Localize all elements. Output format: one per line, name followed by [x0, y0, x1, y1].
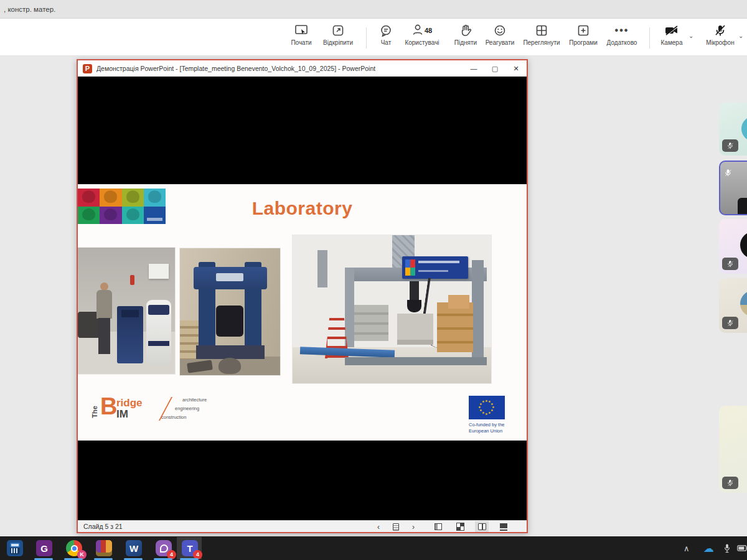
camera-options-chevron[interactable]: ⌄ — [688, 32, 693, 39]
eu-caption-line1: Co-funded by the — [469, 422, 519, 428]
slideshow-view-button[interactable] — [497, 521, 510, 532]
photo-person-body — [96, 290, 112, 319]
photo-specimen-ball — [218, 358, 241, 374]
chat-label: Чат — [381, 39, 392, 46]
taskbar-teams-icon[interactable]: T 4 — [181, 539, 199, 557]
participants-count-badge: 48 — [425, 27, 432, 34]
mic-button[interactable]: Мікрофон — [698, 24, 742, 46]
photo-wall-duct — [317, 250, 327, 287]
slide-menu-button[interactable] — [389, 521, 403, 532]
normal-view-icon — [435, 523, 442, 530]
powerpoint-titlebar[interactable]: P Демонстрація PowerPoint - [Template_me… — [78, 60, 527, 77]
normal-view-button[interactable] — [431, 521, 445, 532]
camera-off-icon — [664, 24, 679, 37]
more-button[interactable]: ••• Додатково — [600, 24, 644, 46]
eu-flag: ★★ ★★ ★★ ★★ ★★ ★★ — [469, 396, 505, 419]
photo-dispenser — [149, 264, 169, 279]
react-button[interactable]: Реагувати — [478, 24, 522, 46]
mic-muted-badge — [722, 258, 738, 270]
photo-cardboard-box — [448, 295, 469, 309]
camera-label: Камера — [661, 39, 683, 46]
unpin-button[interactable]: Відкріпити — [316, 24, 360, 46]
next-slide-button[interactable]: › — [406, 521, 420, 532]
taskbar-winrar-icon[interactable] — [95, 539, 113, 557]
close-button[interactable]: ✕ — [505, 60, 527, 77]
slide-sorter-button[interactable] — [453, 521, 467, 532]
photo-banner-text-line — [418, 261, 459, 263]
taskbar-chrome-icon[interactable]: K — [65, 539, 83, 557]
participant-tile[interactable] — [719, 219, 747, 274]
participant-tile[interactable] — [719, 103, 747, 156]
photo-gantry-frame — [293, 235, 491, 383]
mic-options-chevron[interactable]: ⌄ — [738, 32, 743, 39]
bridge-logo-line: engineering — [175, 406, 199, 411]
window-title-text: , констр. матер. — [4, 6, 55, 13]
bridge-logo-line: construction — [161, 414, 186, 420]
view-button[interactable]: Переглянути — [520, 24, 563, 46]
apps-plus-icon — [577, 24, 590, 37]
present-label: Почати — [291, 39, 311, 46]
camera-button[interactable]: Камера — [650, 24, 693, 46]
photo-actuator — [410, 281, 419, 302]
taskbar-g-app-icon[interactable]: G — [35, 539, 53, 557]
previous-slide-button[interactable]: ‹ — [372, 521, 385, 532]
mic-muted-overlay-icon — [724, 168, 732, 179]
g-app-icon: G — [36, 540, 52, 556]
grid-view-icon — [535, 24, 548, 37]
participant-avatar — [740, 291, 747, 317]
eu-cofunded-block: ★★ ★★ ★★ ★★ ★★ ★★ Co-funded by the Europ… — [469, 396, 519, 434]
people-icon — [412, 24, 423, 38]
powerpoint-window: P Демонстрація PowerPoint - [Template_me… — [77, 59, 528, 533]
meeting-toolbar: Почати Відкріпити Чат 48 Користувачі Під… — [0, 19, 747, 56]
photo-gantry-right-column — [472, 260, 484, 360]
slide-sorter-icon — [457, 523, 464, 530]
minimize-button[interactable]: — — [463, 60, 484, 77]
share-screen-icon — [294, 24, 308, 37]
reading-view-button[interactable] — [475, 521, 489, 532]
bridge-logo-b: B — [100, 394, 117, 418]
view-label: Переглянути — [523, 39, 560, 46]
tray-mic-icon[interactable] — [723, 536, 731, 560]
participant-tile[interactable] — [719, 406, 747, 493]
mic-muted-badge — [722, 477, 738, 489]
tray-chevron[interactable]: ∧ — [684, 536, 690, 560]
taskbar-viber-icon[interactable]: 4 — [155, 539, 172, 557]
slideshow-icon — [500, 523, 507, 531]
windows-taskbar: G K W 4 T 4 ∧ ☁ — [0, 536, 747, 560]
photo-lab-machines-person — [78, 248, 175, 374]
slide-counter: Слайд 5 з 21 — [83, 523, 123, 530]
slide-menu-icon — [393, 523, 399, 531]
bridge-logo-im: IM — [116, 408, 128, 421]
bridge-logo-line: architecture — [182, 397, 207, 403]
participant-tile[interactable] — [719, 278, 747, 333]
taskbar-word-icon[interactable]: W — [125, 539, 143, 557]
mic-off-icon — [714, 24, 726, 37]
participants-label: Користувачі — [405, 39, 439, 46]
onedrive-cloud-icon[interactable]: ☁ — [703, 536, 714, 560]
viber-icon — [160, 544, 168, 553]
apps-label: Програми — [569, 39, 598, 46]
video-foreground-object — [738, 198, 747, 214]
photo-press-base — [196, 345, 265, 359]
participant-avatar — [740, 231, 747, 259]
photo-kiosk-band — [148, 341, 169, 346]
smiley-icon — [494, 24, 506, 37]
powerpoint-app-icon: P — [83, 64, 92, 73]
presentation-canvas: Laboratory — [78, 77, 527, 521]
mic-muted-badge — [722, 139, 738, 152]
photo-banner-text-line — [418, 270, 448, 272]
chrome-icon — [71, 545, 78, 552]
powerpoint-statusbar: Слайд 5 з 21 ‹ › — [78, 520, 527, 532]
apps-button[interactable]: Програми — [561, 24, 605, 46]
photo-base-rail — [345, 357, 487, 365]
taskbar-calculator-icon[interactable] — [6, 539, 24, 557]
maximize-button[interactable]: ▢ — [484, 60, 505, 77]
raise-hand-label: Підняти — [454, 39, 477, 46]
battery-icon[interactable] — [737, 536, 747, 560]
photo-person-legs — [98, 318, 110, 354]
unpin-label: Відкріпити — [323, 39, 353, 46]
participants-button[interactable]: 48 Користувачі — [400, 24, 444, 46]
photo-cardboard-boxes — [437, 302, 473, 352]
participant-tile-active-video[interactable] — [719, 161, 747, 215]
photo-press-cylinder — [216, 306, 243, 337]
